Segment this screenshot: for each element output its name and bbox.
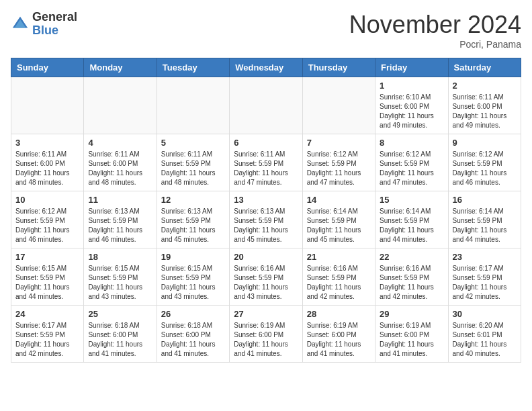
day-info: Sunrise: 6:15 AM Sunset: 5:59 PM Dayligh…: [88, 264, 152, 302]
day-number: 11: [88, 195, 152, 205]
day-info: Sunrise: 6:13 AM Sunset: 5:59 PM Dayligh…: [161, 207, 225, 244]
day-number: 7: [307, 138, 371, 148]
calendar-cell: 23Sunrise: 6:17 AM Sunset: 5:59 PM Dayli…: [448, 248, 521, 306]
day-info: Sunrise: 6:16 AM Sunset: 5:59 PM Dayligh…: [234, 264, 298, 302]
day-info: Sunrise: 6:11 AM Sunset: 5:59 PM Dayligh…: [161, 150, 225, 187]
calendar-cell: 30Sunrise: 6:20 AM Sunset: 6:01 PM Dayli…: [448, 306, 521, 363]
day-number: 8: [380, 138, 443, 148]
day-number: 29: [380, 309, 443, 319]
location: Pocri, Panama: [349, 39, 521, 50]
day-info: Sunrise: 6:17 AM Sunset: 5:59 PM Dayligh…: [453, 264, 517, 302]
calendar-cell: 17Sunrise: 6:15 AM Sunset: 5:59 PM Dayli…: [11, 248, 84, 306]
calendar-cell: 5Sunrise: 6:11 AM Sunset: 5:59 PM Daylig…: [157, 134, 229, 191]
calendar-cell: 25Sunrise: 6:18 AM Sunset: 6:00 PM Dayli…: [84, 306, 157, 363]
calendar-cell: 2Sunrise: 6:11 AM Sunset: 6:00 PM Daylig…: [448, 77, 521, 134]
day-info: Sunrise: 6:20 AM Sunset: 6:01 PM Dayligh…: [453, 321, 517, 359]
weekday-header: Wednesday: [230, 58, 302, 77]
day-number: 4: [88, 138, 152, 148]
day-number: 27: [234, 309, 298, 319]
calendar-cell: 4Sunrise: 6:11 AM Sunset: 6:00 PM Daylig…: [84, 134, 157, 191]
day-info: Sunrise: 6:12 AM Sunset: 5:59 PM Dayligh…: [380, 150, 443, 187]
calendar-cell: 10Sunrise: 6:12 AM Sunset: 5:59 PM Dayli…: [11, 191, 84, 248]
day-info: Sunrise: 6:16 AM Sunset: 5:59 PM Dayligh…: [307, 264, 371, 302]
title-block: November 2024 Pocri, Panama: [349, 11, 521, 50]
day-number: 9: [453, 138, 517, 148]
calendar-cell: 16Sunrise: 6:14 AM Sunset: 5:59 PM Dayli…: [448, 191, 521, 248]
weekday-header: Saturday: [448, 58, 521, 77]
day-info: Sunrise: 6:12 AM Sunset: 5:59 PM Dayligh…: [15, 207, 79, 244]
day-number: 24: [15, 309, 79, 319]
day-number: 25: [88, 309, 152, 319]
logo-general: General: [32, 10, 77, 24]
day-number: 14: [307, 195, 371, 205]
calendar-cell: 19Sunrise: 6:15 AM Sunset: 5:59 PM Dayli…: [157, 248, 229, 306]
day-number: 18: [88, 252, 152, 262]
day-info: Sunrise: 6:11 AM Sunset: 6:00 PM Dayligh…: [15, 150, 79, 187]
calendar-week-row: 24Sunrise: 6:17 AM Sunset: 5:59 PM Dayli…: [11, 306, 521, 363]
weekday-header: Friday: [375, 58, 448, 77]
day-info: Sunrise: 6:15 AM Sunset: 5:59 PM Dayligh…: [15, 264, 79, 302]
calendar-cell: [157, 77, 229, 134]
day-info: Sunrise: 6:18 AM Sunset: 6:00 PM Dayligh…: [88, 321, 152, 359]
calendar-week-row: 3Sunrise: 6:11 AM Sunset: 6:00 PM Daylig…: [11, 134, 521, 191]
weekday-header: Tuesday: [157, 58, 229, 77]
calendar-cell: 1Sunrise: 6:10 AM Sunset: 6:00 PM Daylig…: [375, 77, 448, 134]
day-info: Sunrise: 6:11 AM Sunset: 6:00 PM Dayligh…: [88, 150, 152, 187]
calendar-table: SundayMondayTuesdayWednesdayThursdayFrid…: [11, 58, 521, 363]
day-number: 19: [161, 252, 225, 262]
weekday-header: Thursday: [302, 58, 375, 77]
calendar-cell: 22Sunrise: 6:16 AM Sunset: 5:59 PM Dayli…: [375, 248, 448, 306]
day-number: 17: [15, 252, 79, 262]
calendar-cell: [11, 77, 84, 134]
day-info: Sunrise: 6:13 AM Sunset: 5:59 PM Dayligh…: [88, 207, 152, 244]
day-number: 1: [380, 81, 443, 91]
day-number: 13: [234, 195, 298, 205]
calendar-cell: 28Sunrise: 6:19 AM Sunset: 6:00 PM Dayli…: [302, 306, 375, 363]
weekday-header-row: SundayMondayTuesdayWednesdayThursdayFrid…: [11, 58, 521, 77]
weekday-header: Sunday: [11, 58, 84, 77]
calendar-cell: 20Sunrise: 6:16 AM Sunset: 5:59 PM Dayli…: [230, 248, 302, 306]
logo-blue: Blue: [32, 24, 58, 37]
day-info: Sunrise: 6:12 AM Sunset: 5:59 PM Dayligh…: [307, 150, 371, 187]
day-info: Sunrise: 6:15 AM Sunset: 5:59 PM Dayligh…: [161, 264, 225, 302]
day-number: 21: [307, 252, 371, 262]
calendar-week-row: 1Sunrise: 6:10 AM Sunset: 6:00 PM Daylig…: [11, 77, 521, 134]
day-info: Sunrise: 6:11 AM Sunset: 5:59 PM Dayligh…: [234, 150, 298, 187]
day-info: Sunrise: 6:17 AM Sunset: 5:59 PM Dayligh…: [15, 321, 79, 359]
day-info: Sunrise: 6:14 AM Sunset: 5:59 PM Dayligh…: [307, 207, 371, 244]
day-number: 5: [161, 138, 225, 148]
day-number: 20: [234, 252, 298, 262]
calendar-cell: 8Sunrise: 6:12 AM Sunset: 5:59 PM Daylig…: [375, 134, 448, 191]
calendar-cell: 11Sunrise: 6:13 AM Sunset: 5:59 PM Dayli…: [84, 191, 157, 248]
calendar-week-row: 17Sunrise: 6:15 AM Sunset: 5:59 PM Dayli…: [11, 248, 521, 306]
calendar-cell: 12Sunrise: 6:13 AM Sunset: 5:59 PM Dayli…: [157, 191, 229, 248]
calendar-cell: 15Sunrise: 6:14 AM Sunset: 5:59 PM Dayli…: [375, 191, 448, 248]
day-info: Sunrise: 6:19 AM Sunset: 6:00 PM Dayligh…: [380, 321, 443, 359]
page-header: General Blue November 2024 Pocri, Panama: [11, 11, 521, 50]
calendar-cell: 21Sunrise: 6:16 AM Sunset: 5:59 PM Dayli…: [302, 248, 375, 306]
weekday-header: Monday: [84, 58, 157, 77]
calendar-cell: 27Sunrise: 6:19 AM Sunset: 6:00 PM Dayli…: [230, 306, 302, 363]
day-number: 6: [234, 138, 298, 148]
calendar-cell: 24Sunrise: 6:17 AM Sunset: 5:59 PM Dayli…: [11, 306, 84, 363]
logo-text: General Blue: [32, 11, 77, 38]
day-number: 26: [161, 309, 225, 319]
calendar-cell: [230, 77, 302, 134]
day-number: 2: [453, 81, 517, 91]
logo: General Blue: [11, 11, 77, 38]
calendar-cell: 6Sunrise: 6:11 AM Sunset: 5:59 PM Daylig…: [230, 134, 302, 191]
day-info: Sunrise: 6:16 AM Sunset: 5:59 PM Dayligh…: [380, 264, 443, 302]
day-info: Sunrise: 6:12 AM Sunset: 5:59 PM Dayligh…: [453, 150, 517, 187]
day-info: Sunrise: 6:10 AM Sunset: 6:00 PM Dayligh…: [380, 93, 443, 130]
day-info: Sunrise: 6:19 AM Sunset: 6:00 PM Dayligh…: [234, 321, 298, 359]
month-title: November 2024: [349, 11, 521, 39]
day-number: 28: [307, 309, 371, 319]
day-info: Sunrise: 6:19 AM Sunset: 6:00 PM Dayligh…: [307, 321, 371, 359]
calendar-cell: 9Sunrise: 6:12 AM Sunset: 5:59 PM Daylig…: [448, 134, 521, 191]
day-number: 12: [161, 195, 225, 205]
calendar-week-row: 10Sunrise: 6:12 AM Sunset: 5:59 PM Dayli…: [11, 191, 521, 248]
calendar-cell: [302, 77, 375, 134]
day-info: Sunrise: 6:13 AM Sunset: 5:59 PM Dayligh…: [234, 207, 298, 244]
day-number: 23: [453, 252, 517, 262]
logo-icon: [11, 15, 30, 34]
